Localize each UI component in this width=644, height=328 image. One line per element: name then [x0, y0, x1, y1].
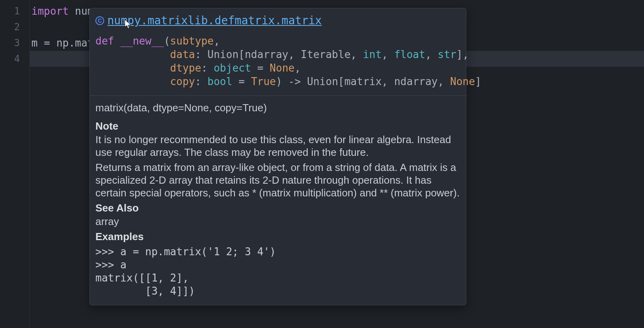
line-number: 4: [0, 51, 29, 67]
examples-heading: Examples: [95, 230, 460, 243]
note-heading: Note: [95, 120, 460, 132]
tooltip-divider: [90, 95, 466, 96]
description-text: Returns a matrix from an array-like obje…: [95, 161, 460, 199]
examples-code: >>> a = np.matrix('1 2; 3 4') >>> a matr…: [95, 245, 460, 298]
doc-summary: matrix(data, dtype=None, copy=True): [95, 101, 460, 114]
var-name: m: [31, 37, 38, 49]
documentation-tooltip[interactable]: C numpy.matrixlib.defmatrix.matrix def _…: [89, 8, 466, 305]
docstring-body: matrix(data, dtype=None, copy=True) Note…: [95, 101, 460, 298]
tooltip-header: C numpy.matrixlib.defmatrix.matrix: [95, 14, 460, 27]
class-icon: C: [95, 16, 104, 25]
line-number: 3: [0, 35, 29, 51]
qualified-name-link[interactable]: numpy.matrixlib.defmatrix.matrix: [107, 14, 322, 27]
seealso-text: array: [95, 215, 460, 228]
note-text: It is no longer recommended to use this …: [95, 133, 460, 159]
keyword-import: import: [31, 5, 69, 17]
signature-block: def __new__(subtype, data: Union[ndarray…: [95, 34, 460, 88]
assign-op: =: [38, 37, 56, 49]
seealso-heading: See Also: [95, 202, 460, 214]
expr: np.mat: [56, 37, 94, 49]
line-number-gutter: 1 2 3 4: [0, 0, 30, 328]
line-number: 2: [0, 19, 29, 35]
line-number: 1: [0, 3, 29, 19]
